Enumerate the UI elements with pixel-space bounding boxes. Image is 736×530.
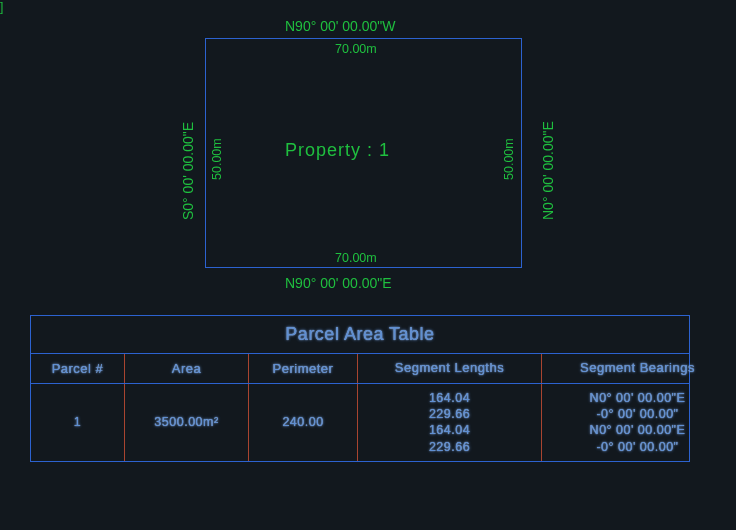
dim-right: 50.00m xyxy=(502,138,516,180)
header-area: Area xyxy=(124,354,248,383)
segbear-2: N0° 00' 00.00"E xyxy=(590,422,686,438)
bearing-right: N0° 00' 00.00"E xyxy=(540,121,556,220)
bearing-left: S0° 00' 00.00"E xyxy=(180,122,196,220)
segbear-3: -0° 00' 00.00" xyxy=(596,439,678,455)
dim-bottom: 70.00m xyxy=(335,251,377,265)
seglen-3: 229.66 xyxy=(429,439,470,455)
header-seglen: Segment Lengths xyxy=(357,354,541,383)
seglen-1: 229.66 xyxy=(429,406,470,422)
table-row: 1 3500.00m² 240.00 164.04 229.66 164.04 … xyxy=(31,383,689,461)
property-label: Property : 1 xyxy=(285,140,390,161)
cell-area: 3500.00m² xyxy=(124,384,248,461)
parcel-area-table: Parcel Area Table Parcel # Area Perimete… xyxy=(30,315,690,462)
segbear-0: N0° 00' 00.00"E xyxy=(590,390,686,406)
cell-seglen: 164.04 229.66 164.04 229.66 xyxy=(357,384,541,461)
bearing-top: N90° 00' 00.00"W xyxy=(285,18,396,34)
segbear-1: -0° 00' 00.00" xyxy=(596,406,678,422)
seglen-2: 164.04 xyxy=(429,422,470,438)
seglen-0: 164.04 xyxy=(429,390,470,406)
header-parcel: Parcel # xyxy=(31,354,124,383)
bearing-bottom: N90° 00' 00.00"E xyxy=(285,275,392,291)
dim-left: 50.00m xyxy=(210,138,224,180)
cad-canvas: ] N90° 00' 00.00"W 70.00m 70.00m N90° 00… xyxy=(0,0,736,530)
cell-parcel: 1 xyxy=(31,384,124,461)
table-header-row: Parcel # Area Perimeter Segment Lengths … xyxy=(31,353,689,383)
table-title: Parcel Area Table xyxy=(285,324,434,345)
dim-top: 70.00m xyxy=(335,42,377,56)
cell-segbear: N0° 00' 00.00"E -0° 00' 00.00" N0° 00' 0… xyxy=(541,384,733,461)
header-segbear: Segment Bearings xyxy=(541,354,733,383)
bracket-glyph: ] xyxy=(0,0,3,14)
cell-perimeter: 240.00 xyxy=(248,384,357,461)
header-perimeter: Perimeter xyxy=(248,354,357,383)
